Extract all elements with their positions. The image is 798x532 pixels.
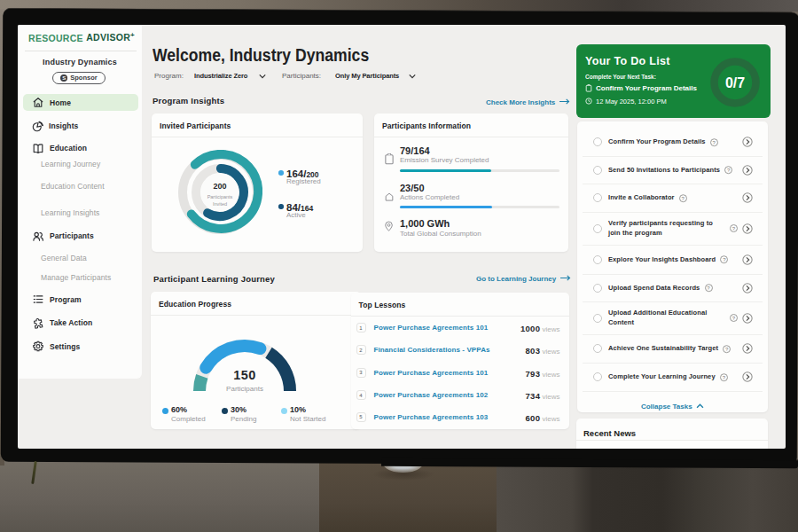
svg-text:Participants: Participants	[207, 194, 233, 200]
svg-text:0/7: 0/7	[725, 75, 745, 90]
svg-text:200: 200	[213, 182, 226, 191]
svg-text:Invited: Invited	[213, 201, 227, 207]
